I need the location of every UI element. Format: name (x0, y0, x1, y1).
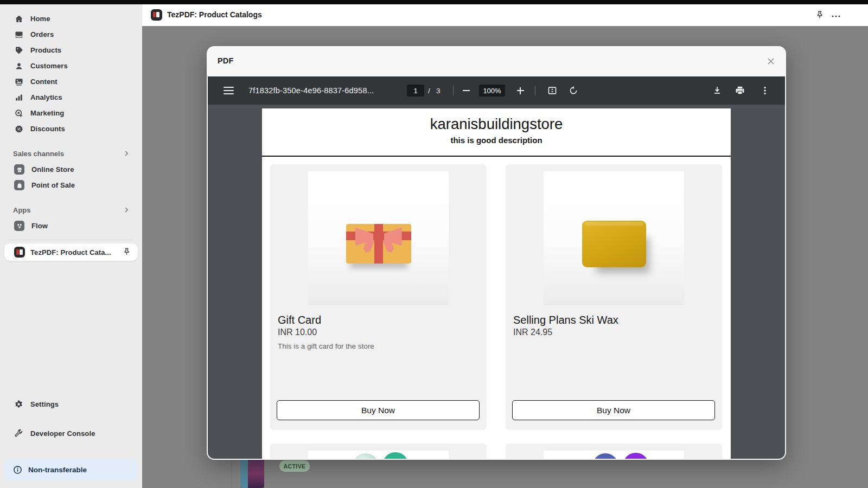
product-image (544, 451, 684, 459)
window-top-edge (0, 0, 868, 4)
product-grid-row: Gift Card INR 10.00 This is a gift card … (270, 164, 722, 430)
sidebar-item-orders[interactable]: Orders (0, 27, 142, 42)
sidebar-item-flow[interactable]: Flow (0, 218, 142, 234)
online-store-icon (14, 164, 24, 175)
wax-ball-blue (592, 453, 618, 459)
sidebar-item-label: Customers (30, 62, 68, 70)
modal-title: PDF (218, 56, 234, 65)
pdf-viewer-toolbar: 7f1832fb-350e-4e96-8837-6d958... 1 / 3 1… (208, 76, 785, 105)
chevron-right-icon (123, 150, 130, 157)
sidebar-item-label: Analytics (30, 93, 62, 101)
gift-card-illustration (346, 224, 411, 264)
wax-ball-green (382, 452, 409, 459)
product-price: INR 10.00 (278, 328, 479, 337)
sidebar-item-label: Marketing (30, 109, 64, 117)
product-card: Gift Card INR 10.00 This is a gift card … (270, 164, 487, 430)
sidebar-item-label: Developer Console (30, 429, 95, 438)
pdf-filename: 7f1832fb-350e-4e96-8837-6d958... (248, 76, 374, 105)
tezpdf-app-icon (151, 9, 162, 21)
toolbar-separator (535, 86, 535, 95)
wrench-icon (14, 429, 23, 438)
zoom-out-icon[interactable] (461, 76, 471, 105)
product-name: Selling Plans Ski Wax (513, 314, 714, 326)
toolbar-separator (453, 86, 454, 95)
sidebar-item-customers[interactable]: Customers (0, 58, 142, 74)
flow-icon (14, 221, 24, 231)
marketing-icon (14, 108, 23, 118)
sidebar-item-label: Products (30, 46, 61, 54)
pin-icon[interactable] (815, 10, 825, 20)
orders-icon (14, 30, 23, 39)
sidebar-item-label: Point of Sale (31, 181, 75, 189)
download-icon[interactable] (711, 76, 723, 105)
more-options-icon[interactable] (759, 76, 771, 105)
home-icon (14, 14, 23, 23)
pdf-viewer-canvas[interactable]: karanisbuildingstore this is good descri… (208, 105, 785, 459)
product-card-partial (506, 444, 722, 459)
zoom-in-icon[interactable] (515, 76, 526, 105)
product-card-partial (270, 444, 487, 459)
fit-to-page-icon[interactable] (546, 76, 558, 105)
sidebar-item-settings[interactable]: Settings (0, 396, 142, 412)
product-info: Selling Plans Ski Wax INR 24.95 (506, 305, 722, 337)
pin-icon[interactable] (122, 247, 131, 256)
divider (262, 156, 731, 157)
gear-icon (14, 400, 23, 409)
sidebar-item-products[interactable]: Products (0, 42, 142, 58)
product-info: Gift Card INR 10.00 This is a gift card … (270, 305, 487, 350)
info-icon (13, 465, 22, 474)
sidebar-item-label: Discounts (30, 125, 65, 133)
sidebar-item-developer-console[interactable]: Developer Console (0, 426, 142, 441)
sidebar-item-label: Online Store (31, 165, 74, 174)
app-topbar: TezPDF: Product Catalogs (142, 4, 868, 26)
buy-now-button[interactable]: Buy Now (512, 400, 715, 420)
store-subtitle: this is good description (262, 136, 731, 145)
ski-wax-illustration (582, 221, 646, 267)
tezpdf-app-icon (14, 247, 25, 258)
sidebar-item-marketing[interactable]: Marketing (0, 105, 142, 121)
discounts-icon (14, 124, 23, 133)
page-total: 3 (436, 76, 441, 105)
sidebar-item-label: Content (30, 78, 58, 86)
menu-icon[interactable] (222, 76, 234, 105)
page-title: TezPDF: Product Catalogs (167, 10, 262, 19)
point-of-sale-icon (14, 180, 24, 190)
sidebar: Home Orders Products Customers Content A… (0, 4, 142, 488)
rotate-icon[interactable] (567, 76, 579, 105)
plan-status-badge[interactable]: Non-transferable (4, 459, 138, 480)
chevron-right-icon (123, 206, 130, 214)
pdf-page: karanisbuildingstore this is good descri… (262, 108, 731, 459)
pdf-modal: PDF 7f1832fb-350e-4e96-8837-6d958... 1 /… (207, 46, 786, 460)
content-icon (14, 77, 23, 86)
sidebar-item-analytics[interactable]: Analytics (0, 89, 142, 105)
sidebar-item-content[interactable]: Content (0, 74, 142, 89)
sidebar-item-label: Settings (30, 400, 59, 408)
product-grid-row-partial (270, 444, 722, 459)
wax-ball-purple (623, 453, 649, 459)
product-description: This is a gift card for the store (278, 342, 479, 350)
zoom-level-input[interactable]: 100% (479, 85, 505, 97)
sidebar-item-discounts[interactable]: Discounts (0, 121, 142, 137)
overflow-menu-icon[interactable] (831, 11, 841, 21)
sales-channels-header[interactable]: Sales channels (0, 146, 142, 162)
product-image (308, 451, 449, 459)
page-number-input[interactable]: 1 (407, 85, 424, 97)
store-title: karanisbuildingstore (262, 115, 731, 133)
close-icon[interactable] (764, 55, 777, 68)
background-product-thumbnail (240, 455, 264, 488)
product-price: INR 24.95 (513, 328, 714, 337)
print-icon[interactable] (734, 76, 746, 105)
sidebar-item-online-store[interactable]: Online Store (0, 162, 142, 177)
analytics-icon (14, 93, 23, 102)
sidebar-item-label: Orders (30, 30, 54, 38)
sidebar-item-home[interactable]: Home (0, 11, 142, 27)
sidebar-item-tezpdf-app[interactable]: TezPDF: Product Cata... (4, 243, 138, 261)
pinned-app-label: TezPDF: Product Cata... (30, 248, 111, 256)
product-card: Selling Plans Ski Wax INR 24.95 Buy Now (506, 164, 722, 430)
page-divider: / (428, 76, 430, 105)
apps-header[interactable]: Apps (0, 202, 142, 218)
buy-now-button[interactable]: Buy Now (277, 400, 480, 420)
wax-ball-teal (353, 453, 379, 459)
modal-header: PDF (207, 46, 786, 76)
sidebar-item-point-of-sale[interactable]: Point of Sale (0, 177, 142, 193)
